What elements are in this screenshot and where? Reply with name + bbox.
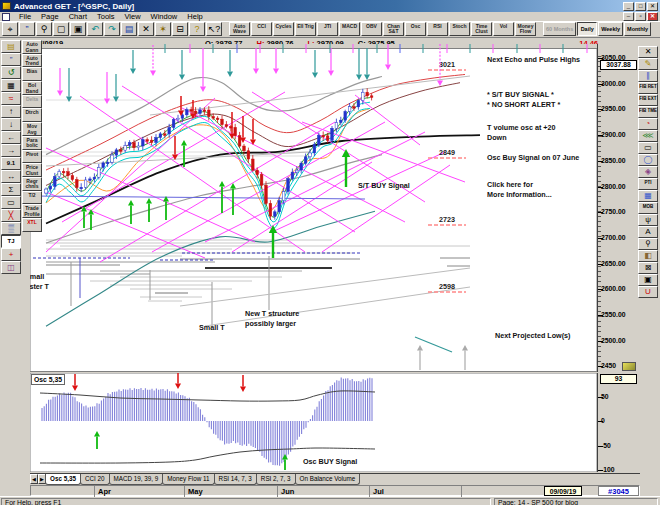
- study-button-cycles[interactable]: Cycles: [273, 22, 294, 36]
- sidebar-crosshair-icon[interactable]: +: [1, 248, 21, 261]
- sidebar-study-icon[interactable]: ▦: [1, 79, 21, 92]
- menu-tools[interactable]: Tools: [92, 12, 120, 21]
- menu-view[interactable]: View: [119, 12, 145, 21]
- toolbar-favorites-icon[interactable]: ✶: [155, 22, 171, 36]
- toolbar-undo-icon[interactable]: ↶: [87, 22, 103, 36]
- drawtool-trendline-icon[interactable]: ∥: [638, 70, 658, 82]
- drawtool-magnifier-icon[interactable]: ⚲: [638, 238, 658, 250]
- study-button-obv[interactable]: OBV: [361, 22, 382, 36]
- minimize-button[interactable]: _: [623, 2, 634, 11]
- drawtool-close-icon[interactable]: ✕: [638, 46, 658, 58]
- study-button-ell-trig[interactable]: Ell Trig: [295, 22, 316, 36]
- drawtool-fan-lines-icon[interactable]: ⋘: [638, 130, 658, 142]
- tab-on-balance-volume[interactable]: On Balance Volume: [295, 474, 361, 485]
- sidebar-ratio-icon[interactable]: 9.1: [1, 157, 21, 170]
- study-button-stoch[interactable]: Stoch: [449, 22, 470, 36]
- sidebar-reset-icon[interactable]: ↺: [1, 66, 21, 79]
- study-button-auto-wave[interactable]: Auto Wave: [229, 22, 250, 36]
- drawtool-compass-icon[interactable]: ◈: [638, 166, 658, 178]
- study-button-vol[interactable]: Vol: [493, 22, 514, 36]
- tool-button-t-2[interactable]: T/2: [22, 191, 42, 205]
- toolbar-pointer-icon[interactable]: ⌖: [2, 22, 18, 36]
- drawtool-rectangle-icon[interactable]: ▭: [638, 142, 658, 154]
- drawtool-pti-button[interactable]: PTI: [638, 178, 658, 190]
- study-button-rsi[interactable]: RSI: [427, 22, 448, 36]
- sidebar-expand-icon[interactable]: ↔: [1, 170, 21, 183]
- tab-macd-19-39-9[interactable]: MACD 19, 39, 9: [109, 474, 164, 485]
- tool-button-dtrch[interactable]: Dtrch: [22, 108, 42, 122]
- drawtool-gann-circle-icon[interactable]: ◔: [638, 118, 658, 130]
- mdi-close-button[interactable]: ✕: [647, 12, 658, 21]
- sidebar-quotes-icon[interactable]: ”: [1, 53, 21, 66]
- drawtool-undo-button[interactable]: U: [638, 286, 658, 298]
- tab-money-flow-11[interactable]: Money Flow 11: [162, 474, 214, 485]
- tool-button-pivot[interactable]: Pivot: [22, 150, 42, 164]
- tool-button-xtl[interactable]: XTL: [22, 218, 42, 232]
- mdi-restore-button[interactable]: ▫: [635, 12, 646, 21]
- tab-scroll-left[interactable]: ◀: [30, 474, 38, 484]
- menu-page[interactable]: Page: [36, 12, 64, 21]
- toolbar-context-help-icon[interactable]: ↖?: [206, 22, 222, 36]
- sidebar-gann-grid-icon[interactable]: ▒: [1, 222, 21, 235]
- maximize-button[interactable]: □: [635, 2, 646, 11]
- menu-help[interactable]: Help: [182, 12, 207, 21]
- sidebar-sum-icon[interactable]: Σ: [1, 183, 21, 196]
- sidebar-scroll-up-icon[interactable]: ↑: [1, 105, 21, 118]
- toolbar-pages-icon[interactable]: ▤: [121, 22, 137, 36]
- more-information-link[interactable]: Click here for: [487, 180, 533, 189]
- sidebar-eraser-icon[interactable]: ◫: [1, 261, 21, 274]
- tool-button-delta[interactable]: Delta: [22, 95, 42, 109]
- drawtool-mob-button[interactable]: MOB: [638, 202, 658, 214]
- drawtool-gann-box-icon[interactable]: ▦: [638, 190, 658, 202]
- toolbar-new-page-icon[interactable]: ▢: [53, 22, 69, 36]
- study-button-money-flow[interactable]: Money Flow: [515, 22, 536, 36]
- tool-button-bias[interactable]: Bias: [22, 67, 42, 81]
- close-button[interactable]: ✕: [647, 2, 658, 11]
- drawtool-fib-time-button[interactable]: FIB TME: [638, 106, 658, 118]
- drawtool-fib-retracement-button[interactable]: FIB RET: [638, 82, 658, 94]
- study-button-cci[interactable]: CCI: [251, 22, 272, 36]
- toolbar-delete-icon[interactable]: ✕: [138, 22, 154, 36]
- study-button-chan-s-t[interactable]: Chan S&T: [383, 22, 404, 36]
- tool-button-para-bolic[interactable]: Para bolic: [22, 136, 42, 150]
- drawtool-grid-icon[interactable]: ⊠: [638, 262, 658, 274]
- sidebar-scroll-right-icon[interactable]: →: [1, 144, 21, 157]
- period-button-weekly[interactable]: Weekly: [598, 22, 623, 36]
- drawtool-text-tool-icon[interactable]: A: [638, 226, 658, 238]
- tab-osc-5-35[interactable]: Osc 5,35: [45, 474, 81, 485]
- sidebar-tj-icon[interactable]: TJ: [1, 235, 21, 248]
- study-button-time-clust[interactable]: Time Clust: [471, 22, 492, 36]
- menu-chart[interactable]: Chart: [64, 12, 92, 21]
- menu-file[interactable]: File: [14, 12, 36, 21]
- study-button-jti[interactable]: JTI: [317, 22, 338, 36]
- more-information-link[interactable]: More Information...: [487, 190, 552, 199]
- period-button-monthly[interactable]: Monthly: [624, 22, 651, 36]
- tab-rsi-14-7-3[interactable]: RSI 14, 7, 3: [214, 474, 257, 485]
- sidebar-scroll-left-icon[interactable]: ←: [1, 131, 21, 144]
- toolbar-copy-page-icon[interactable]: ▣: [70, 22, 86, 36]
- tool-button-mov-avg[interactable]: Mov Avg: [22, 122, 42, 136]
- toolbar-help-icon[interactable]: ?: [189, 22, 205, 36]
- period-button-60-months[interactable]: 60 Months: [543, 22, 576, 36]
- mdi-minimize-button[interactable]: –: [623, 12, 634, 21]
- price-axis[interactable]: 3037.88 3050.003000.002950.002900.002850…: [597, 44, 638, 372]
- tool-button-auto-gann[interactable]: Auto Gann: [22, 40, 42, 54]
- drawtool-ellipse-icon[interactable]: ◯: [638, 154, 658, 166]
- document-icon[interactable]: [2, 13, 10, 21]
- drawtool-copy-icon[interactable]: ▣: [638, 274, 658, 286]
- tool-button-regr-chnls[interactable]: Regr chnls: [22, 177, 42, 191]
- tool-button-trade-profile[interactable]: Trade Profile: [22, 204, 42, 218]
- menu-window[interactable]: Window: [146, 12, 183, 21]
- drawtool-paint-icon[interactable]: ◧: [638, 250, 658, 262]
- tool-button-auto-trend[interactable]: Auto Trend: [22, 54, 42, 68]
- toolbar-quotes-icon[interactable]: ”: [19, 22, 35, 36]
- toolbar-redo-icon[interactable]: ↷: [104, 22, 120, 36]
- drawtool-pencil-icon[interactable]: ✎: [638, 58, 658, 70]
- period-button-daily[interactable]: Daily: [577, 22, 597, 36]
- sidebar-elliott-icon[interactable]: ≈: [1, 92, 21, 105]
- tab-cci-20[interactable]: CCI 20: [80, 474, 110, 485]
- toolbar-zoom-icon[interactable]: ⚲: [36, 22, 52, 36]
- tool-button-price-clust[interactable]: Price Clust: [22, 163, 42, 177]
- toolbar-print-icon[interactable]: ⊟: [172, 22, 188, 36]
- study-button-macd[interactable]: MACD: [339, 22, 360, 36]
